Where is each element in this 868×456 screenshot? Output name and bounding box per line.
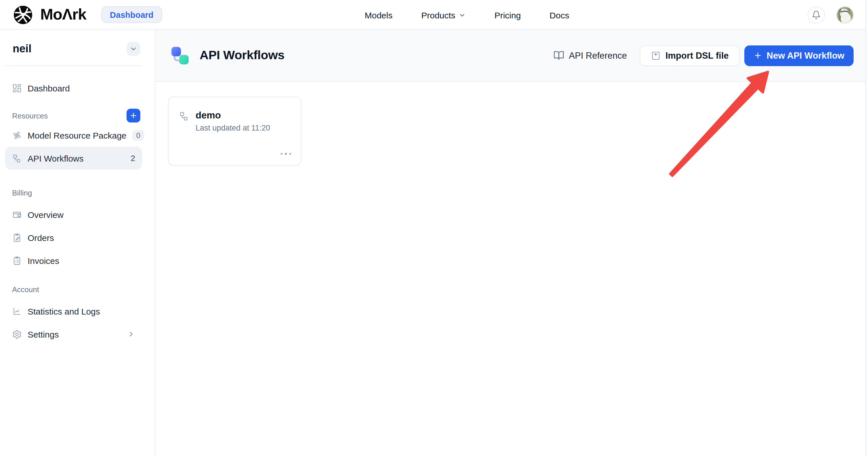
page-title-group: API Workflows	[170, 40, 284, 71]
dashboard-pill-button[interactable]: Dashboard	[101, 6, 162, 23]
sidebar-item-label: Statistics and Logs	[28, 306, 100, 316]
workflow-icon	[12, 153, 22, 163]
api-reference-label: API Reference	[569, 50, 627, 61]
workflow-grid: demo Last updated at 11:20	[155, 82, 868, 166]
brand-logo[interactable]: MoΛrk	[13, 4, 86, 25]
sidebar-section-resources: Resources	[5, 109, 141, 123]
sidebar-item-label: API Workflows	[28, 153, 84, 163]
globe-logo-icon	[13, 4, 33, 25]
app-page: MoΛrk Dashboard Models Products Pricing …	[0, 0, 868, 456]
sidebar-item-label: Settings	[28, 329, 59, 339]
card-menu-button[interactable]	[280, 153, 291, 155]
count-badge: 0	[132, 130, 144, 140]
org-name: neil	[13, 42, 31, 55]
header-actions: API Reference Import DSL file New API Wo…	[553, 45, 854, 66]
new-api-workflow-button[interactable]: New API Workflow	[744, 45, 854, 66]
sidebar-item-invoices[interactable]: Invoices	[5, 249, 142, 272]
clipboard-pen-icon	[12, 233, 22, 242]
bell-icon	[812, 10, 821, 19]
gear-icon	[12, 329, 22, 339]
new-api-workflow-label: New API Workflow	[767, 50, 844, 61]
workflow-name: demo	[195, 110, 270, 120]
line-chart-icon	[12, 306, 22, 316]
sidebar-item-label: Dashboard	[28, 83, 70, 93]
sidebar-item-label: Overview	[28, 209, 64, 219]
clipboard-list-icon	[12, 256, 22, 265]
book-open-icon	[553, 50, 564, 61]
api-reference-link[interactable]: API Reference	[553, 50, 627, 61]
sidebar-item-settings[interactable]: Settings	[5, 323, 142, 346]
sidebar: neil Dashboard Resources	[0, 30, 155, 456]
dashboard-grid-icon	[12, 83, 22, 93]
wallet-icon	[12, 209, 22, 219]
sidebar-item-overview[interactable]: Overview	[5, 203, 142, 226]
primary-nav: Models Products Pricing Docs	[365, 0, 569, 30]
sidebar-item-label: Orders	[28, 233, 54, 242]
workflow-icon	[179, 111, 189, 121]
api-workflows-icon	[170, 46, 190, 65]
count-text: 2	[131, 154, 135, 163]
chevron-down-icon	[129, 45, 137, 53]
section-label: Billing	[12, 188, 32, 197]
import-download-icon	[651, 50, 661, 61]
pinwheel-icon	[12, 130, 22, 140]
avatar-polar-bear-image	[837, 7, 853, 23]
plus-icon	[129, 111, 137, 120]
section-label: Resources	[12, 111, 48, 120]
sidebar-divider	[5, 66, 142, 66]
sidebar-section-account: Account	[5, 282, 141, 296]
nav-item-models[interactable]: Models	[365, 10, 393, 20]
brand-name: MoΛrk	[40, 6, 86, 24]
nav-item-pricing[interactable]: Pricing	[494, 10, 521, 20]
main-content: API Workflows API Reference Import DSL f…	[155, 30, 868, 456]
import-dsl-label: Import DSL file	[665, 50, 729, 61]
sidebar-item-label: Model Resource Package	[28, 130, 127, 140]
workflow-updated-text: Last updated at 11:20	[195, 124, 270, 132]
add-resource-button[interactable]	[127, 109, 141, 123]
nav-item-products[interactable]: Products	[421, 10, 466, 20]
page-title: API Workflows	[199, 48, 284, 63]
org-switcher-toggle[interactable]	[127, 42, 141, 56]
sidebar-item-orders[interactable]: Orders	[5, 226, 142, 249]
sidebar-item-statistics-and-logs[interactable]: Statistics and Logs	[5, 300, 142, 323]
nav-item-docs[interactable]: Docs	[550, 10, 569, 20]
notifications-button[interactable]	[808, 6, 825, 23]
topbar-right-group	[808, 6, 854, 23]
top-navigation-bar: MoΛrk Dashboard Models Products Pricing …	[0, 0, 868, 30]
sidebar-item-api-workflows[interactable]: API Workflows 2	[5, 146, 142, 170]
scrollbar-track[interactable]	[865, 0, 868, 456]
section-label: Account	[12, 285, 39, 294]
page-header: API Workflows API Reference Import DSL f…	[155, 30, 868, 82]
chevron-down-icon	[458, 11, 466, 19]
sidebar-item-dashboard[interactable]: Dashboard	[5, 76, 142, 99]
sidebar-item-label: Invoices	[28, 256, 59, 265]
user-avatar[interactable]	[836, 6, 854, 23]
org-switcher: neil	[13, 41, 141, 56]
workflow-card-demo[interactable]: demo Last updated at 11:20	[168, 97, 302, 166]
import-dsl-button[interactable]: Import DSL file	[640, 45, 740, 66]
sidebar-item-model-resource-package[interactable]: Model Resource Package 0	[5, 124, 142, 146]
plus-icon	[753, 51, 762, 60]
sidebar-section-billing: Billing	[5, 186, 141, 199]
chevron-right-icon	[127, 330, 135, 338]
